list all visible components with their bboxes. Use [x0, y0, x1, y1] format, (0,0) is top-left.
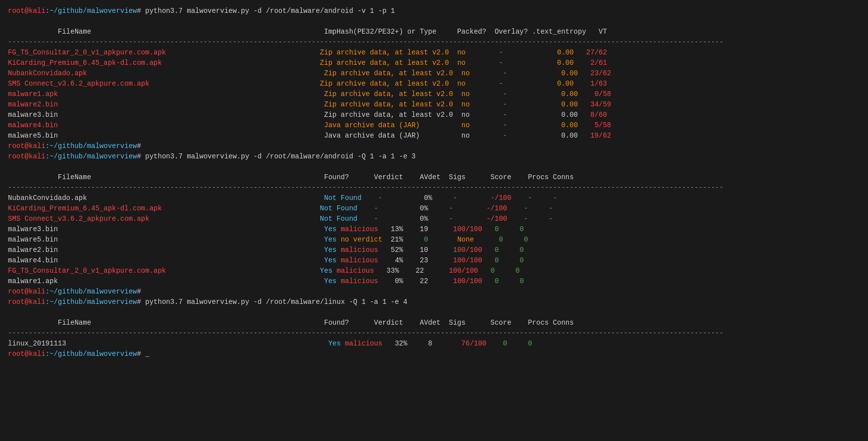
- spacer: [378, 277, 395, 285]
- packed: no: [461, 90, 470, 98]
- command-line-3: root@kali:~/github/malwoverview# python3…: [8, 297, 860, 307]
- spacer: [337, 256, 341, 264]
- table3-sep: ----------------------------------------…: [8, 328, 860, 339]
- terminal: root@kali:~/github/malwoverview# python3…: [8, 6, 860, 359]
- overlay: -: [499, 59, 503, 67]
- sigs: -: [449, 215, 453, 223]
- spacer: [499, 225, 519, 233]
- spacer: [507, 215, 524, 223]
- prompt-hash-2: #: [137, 142, 141, 150]
- entropy: 0.00: [561, 69, 578, 77]
- overlay: -: [503, 111, 507, 119]
- spacer: [503, 236, 524, 244]
- table-row: linux_20191113 Yes malicious 32% 8 76/10…: [8, 339, 860, 349]
- vt: 0/58: [595, 90, 612, 98]
- verdict: malicious: [341, 246, 378, 254]
- spacer: [574, 80, 591, 88]
- table2-header: FileName Found? Verdict AVdet Sigs Score…: [8, 172, 860, 183]
- prompt-path-3: :~/github/malwoverview: [46, 152, 137, 160]
- prompt-user-5: root@kali: [8, 298, 46, 306]
- cmd-3: python3.7 malwoverview.py -d /root/malwa…: [141, 298, 408, 306]
- spacer: [403, 225, 420, 233]
- entropy: 0.00: [557, 59, 574, 67]
- table3-separator: ----------------------------------------…: [8, 329, 723, 337]
- table2-header-text: FileName Found? Verdict AVdet Sigs Score…: [8, 173, 574, 181]
- packed: no: [457, 49, 465, 56]
- spacer: [337, 236, 341, 244]
- spacer: [528, 215, 549, 223]
- sigs: 8: [428, 340, 432, 347]
- cursor: _: [141, 350, 150, 358]
- verdict: malicious: [341, 277, 378, 285]
- filename: KiCarding_Premium_6.45_apk-dl.com.apk: [8, 59, 320, 67]
- table-row: NubankConvidado.apk Zip archive data, at…: [8, 68, 860, 79]
- filename: linux_20191113: [8, 340, 328, 347]
- table-row: FG_TS_Consultar_2_0_v1_apkpure.com.apk Z…: [8, 48, 860, 58]
- vt: 8/60: [590, 111, 607, 119]
- spacer: [378, 225, 391, 233]
- entropy: 0.00: [561, 100, 578, 108]
- filename: malware2.bin: [8, 246, 324, 254]
- table-row: KiCarding_Premium_6.45_apk-dl.com.apk No…: [8, 203, 860, 214]
- packed: no: [457, 59, 465, 67]
- spacer: [470, 69, 503, 77]
- prompt-user-1: root@kali: [8, 7, 46, 15]
- found: Yes: [324, 256, 337, 264]
- score: -/100: [486, 204, 507, 212]
- conns: 0: [515, 267, 519, 275]
- filename: SMS Connect_v3.6.2_apkpure.com.apk: [8, 80, 320, 88]
- spacer: [428, 236, 458, 244]
- conns: -: [553, 194, 557, 202]
- table-row: SMS Connect_v3.6.2_apkpure.com.apk Not F…: [8, 214, 860, 224]
- found: Not Found: [320, 204, 357, 212]
- spacer: [507, 204, 524, 212]
- spacer: [470, 90, 503, 98]
- verdict: malicious: [341, 225, 378, 233]
- prompt-path-2: :~/github/malwoverview: [46, 142, 137, 150]
- spacer: [337, 277, 341, 285]
- filename: malware3.bin: [8, 225, 324, 233]
- prompt-user-2: root@kali: [8, 142, 46, 150]
- spacer: [337, 225, 341, 233]
- prompt-path-4: :~/github/malwoverview: [46, 288, 137, 295]
- found: Yes: [324, 225, 337, 233]
- avdet: 0%: [395, 277, 403, 285]
- spacer: [503, 80, 557, 88]
- sigs: 22: [415, 267, 424, 275]
- spacer: [378, 215, 420, 223]
- table2-blank: [8, 162, 860, 172]
- spacer: [403, 236, 424, 244]
- overlay: -: [503, 69, 507, 77]
- prompt-line-2: root@kali:~/github/malwoverview#: [8, 141, 860, 151]
- prompt-path-1: :~/github/malwoverview: [46, 7, 137, 15]
- overlay: -: [503, 100, 507, 108]
- vt: 27/62: [586, 49, 607, 56]
- table2-separator: ----------------------------------------…: [8, 184, 723, 192]
- filename: SMS Connect_v3.6.2_apkpure.com.apk: [8, 215, 320, 223]
- spacer: [482, 256, 495, 264]
- found: Not Found: [324, 194, 362, 202]
- sigs: 22: [420, 277, 428, 285]
- spacer: [574, 49, 586, 56]
- filename: malware2.bin: [8, 100, 324, 108]
- filename: NubankConvidado.apk: [8, 69, 324, 77]
- table-row: FG_TS_Consultar_2_0_v1_apkpure.com.apk Y…: [8, 266, 860, 276]
- spacer: [337, 246, 341, 254]
- spacer: [507, 69, 561, 77]
- vt: 23/62: [590, 69, 611, 77]
- table-row: NubankConvidado.apk Not Found - 0% - -/1…: [8, 193, 860, 203]
- prompt-hash-3: #: [137, 152, 141, 160]
- spacer: [449, 80, 458, 88]
- filename: malware1.apk: [8, 277, 324, 285]
- overlay: -: [499, 49, 503, 56]
- overlay: -: [499, 80, 503, 88]
- conns: 0: [519, 256, 523, 264]
- table-row: malware5.bin Java archive data (JAR) no …: [8, 131, 860, 141]
- filename: NubankConvidado.apk: [8, 194, 324, 202]
- spacer: [432, 194, 453, 202]
- spacer: [403, 246, 420, 254]
- score: -/100: [491, 194, 511, 202]
- vt: 5/58: [595, 121, 612, 129]
- spacer: [507, 90, 561, 98]
- sigs: 0: [424, 236, 428, 244]
